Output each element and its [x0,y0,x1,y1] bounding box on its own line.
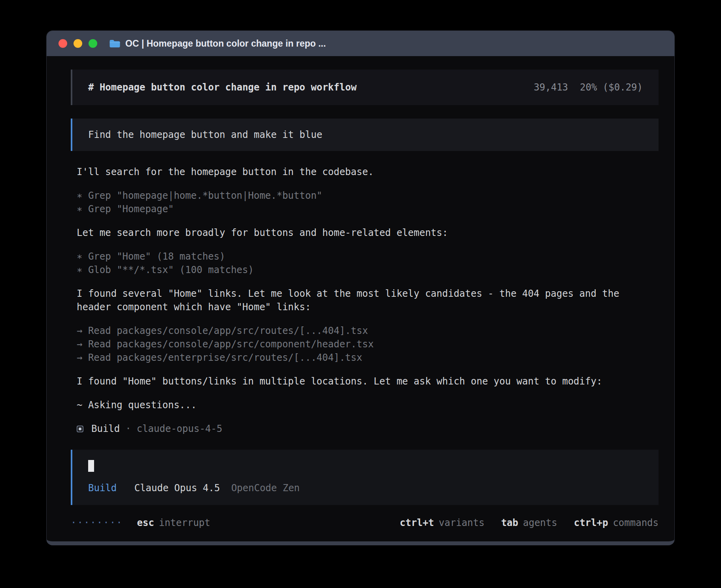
assistant-paragraph: I found several "Home" links. Let me loo… [71,287,659,314]
session-header: # Homepage button color change in repo w… [71,70,659,105]
assistant-response: I'll search for the homepage button in t… [71,165,659,435]
mode-label: Build [88,482,117,494]
text-cursor [88,460,94,472]
agent-icon [77,426,83,432]
assistant-paragraph: Let me search more broadly for buttons a… [71,226,659,239]
agent-status-line: Build · claude-opus-4-5 [71,422,659,435]
close-button[interactable] [59,39,67,48]
tool-call-group: ∗ Grep "homepage|home.*button|Home.*butt… [71,189,659,216]
input-mode-line: Build Claude Opus 4.5 OpenCode Zen [88,481,643,495]
token-count: 39,413 [534,82,568,93]
agent-separator: · [125,422,131,435]
window-title-group: OC | Homepage button color change in rep… [109,38,326,49]
traffic-lights [59,39,97,48]
shortcut-label: agents [523,517,557,528]
session-stats: 39,41320% ($0.29) [534,81,643,94]
assistant-paragraph: I'll search for the homepage button in t… [71,165,659,179]
tool-call-grep: ∗ Grep "homepage|home.*button|Home.*butt… [71,189,659,202]
folder-icon [109,39,120,48]
agent-name: Build [91,422,120,435]
minimize-button[interactable] [74,39,82,48]
tool-call-read: → Read packages/console/app/src/routes/[… [71,324,659,337]
terminal-content: # Homepage button color change in repo w… [47,56,674,541]
shortcut-agents: tabagents [501,516,557,530]
terminal-window: OC | Homepage button color change in rep… [46,30,675,545]
model-label: Claude Opus 4.5 [134,482,220,494]
status-bar-left: ········ esc interrupt [71,516,210,530]
titlebar[interactable]: OC | Homepage button color change in rep… [47,31,674,56]
interrupt-key: esc [137,516,154,530]
shortcut-label: variants [439,517,485,528]
agent-model: claude-opus-4-5 [137,422,223,435]
shortcut-commands: ctrl+pcommands [574,516,659,530]
tool-call-read: → Read packages/console/app/src/componen… [71,337,659,351]
session-title: # Homepage button color change in repo w… [88,81,357,94]
shortcut-key: ctrl+t [400,517,434,528]
assistant-paragraph: I found "Home" buttons/links in multiple… [71,375,659,388]
tool-call-group: → Read packages/console/app/src/routes/[… [71,324,659,364]
tool-call-grep: ∗ Grep "Home" (18 matches) [71,250,659,263]
interrupt-label: interrupt [159,516,210,530]
shortcut-label: commands [613,517,659,528]
tool-call-glob: ∗ Glob "**/*.tsx" (100 matches) [71,263,659,277]
tool-call-group: ∗ Grep "Home" (18 matches) ∗ Glob "**/*.… [71,250,659,277]
provider-label: OpenCode Zen [231,482,300,494]
user-message-text: Find the homepage button and make it blu… [88,129,322,140]
shortcut-key: ctrl+p [574,517,608,528]
shortcut-variants: ctrl+tvariants [400,516,484,530]
context-usage: 20% ($0.29) [580,82,643,93]
user-message: Find the homepage button and make it blu… [71,119,659,151]
prompt-input[interactable]: Build Claude Opus 4.5 OpenCode Zen [71,450,659,505]
tool-call-grep: ∗ Grep "Homepage" [71,202,659,216]
spinner-dots: ········ [71,516,123,530]
status-bar: ········ esc interrupt ctrl+tvariants ta… [71,516,659,530]
assistant-activity: ~ Asking questions... [71,398,659,412]
tool-call-read: → Read packages/enterprise/src/routes/[.… [71,351,659,364]
zoom-button[interactable] [89,39,97,48]
shortcut-key: tab [501,517,518,528]
window-title: OC | Homepage button color change in rep… [125,38,326,49]
status-bar-right: ctrl+tvariants tabagents ctrl+pcommands [400,516,659,530]
